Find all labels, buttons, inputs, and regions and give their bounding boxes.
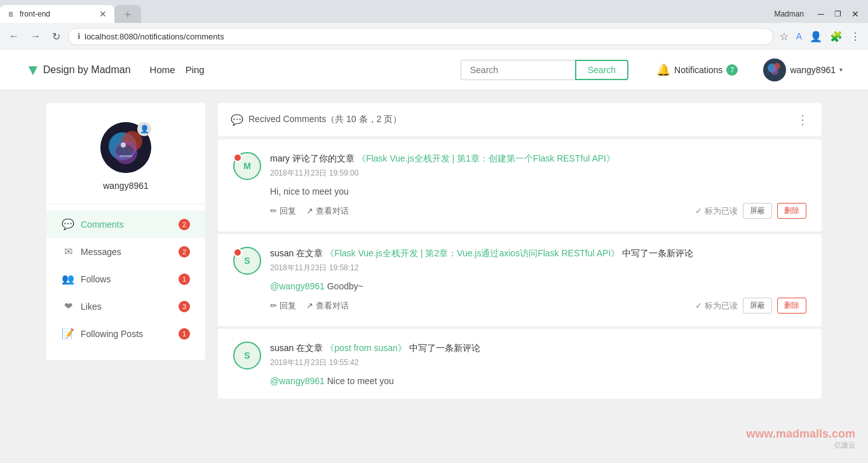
notif-top-1: M mary 评论了你的文章 《Flask Vue.js全栈开发 | 第1章：创… xyxy=(233,152,806,180)
avatar-svg xyxy=(763,59,786,81)
user-menu[interactable]: wangy8961 ▾ xyxy=(763,59,843,81)
notifications-badge: 7 xyxy=(726,64,738,76)
notif-content-1: mary 评论了你的文章 《Flask Vue.js全栈开发 | 第1章：创建第… xyxy=(270,152,806,179)
delete-button-1[interactable]: 删除 xyxy=(777,203,806,219)
sidebar-item-following-posts[interactable]: 📝 Following Posts 1 xyxy=(46,320,205,347)
sidebar-menu: 💬 Comments 2 ✉ Messages 2 👥 Follows 1 ❤ … xyxy=(46,211,205,347)
reply-icon-1: ✏ xyxy=(270,206,277,216)
view-icon-1: ↗ xyxy=(306,206,313,216)
following-posts-icon: 📝 xyxy=(62,328,74,340)
follows-icon: 👥 xyxy=(62,273,74,285)
follows-badge: 1 xyxy=(179,273,190,285)
avatar-edit-button[interactable]: 👤 xyxy=(137,122,151,136)
notif-top-2: S susan 在文章 《Flask Vue.js全栈开发 | 第2章：Vue.… xyxy=(233,247,806,275)
block-button-1[interactable]: 屏蔽 xyxy=(743,203,772,219)
notif-content-2: susan 在文章 《Flask Vue.js全栈开发 | 第2章：Vue.js… xyxy=(270,247,806,273)
reply-button-2[interactable]: ✏ 回复 xyxy=(270,300,296,312)
address-text: localhost:8080/notifications/comments xyxy=(85,32,224,41)
window-controls: ─ ❐ ✕ xyxy=(814,8,868,20)
inactive-tab[interactable]: ＋ xyxy=(114,5,141,23)
comments-label: Comments xyxy=(81,219,124,230)
tab-title: front-end xyxy=(20,10,50,18)
main-layout: 👤 wangy8961 💬 Comments 2 ✉ Messages 2 👥 … xyxy=(21,90,847,414)
likes-icon: ❤ xyxy=(62,300,74,312)
lock-icon: ℹ xyxy=(78,32,81,41)
mention-2: @wangy8961 xyxy=(270,281,325,291)
notif-body-2: @wangy8961 Goodby~ xyxy=(270,281,806,291)
close-button[interactable]: ✕ xyxy=(848,8,863,20)
tab-close-button[interactable]: ✕ xyxy=(99,9,107,19)
notif-article-1[interactable]: 《Flask Vue.js全栈开发 | 第1章：创建第一个Flask RESTf… xyxy=(357,153,615,163)
sidebar-item-messages[interactable]: ✉ Messages 2 xyxy=(46,238,205,265)
sidebar-username: wangy8961 xyxy=(103,181,149,191)
messages-icon: ✉ xyxy=(62,245,74,258)
notif-content-3: susan 在文章 《post from susan》 中写了一条新评论 201… xyxy=(270,342,806,368)
profile-icon[interactable]: 👤 xyxy=(807,28,825,45)
notif-body-3: @wangy8961 Nice to meet you xyxy=(270,376,806,386)
search-area: Search xyxy=(461,60,628,80)
messages-label: Messages xyxy=(81,247,121,257)
notif-article-2[interactable]: 《Flask Vue.js全栈开发 | 第2章：Vue.js通过axios访问F… xyxy=(325,248,620,258)
nav-ping[interactable]: Ping xyxy=(186,64,205,75)
view-convo-button-1[interactable]: ↗ 查看对话 xyxy=(306,205,349,217)
extensions-icon[interactable]: 🧩 xyxy=(827,28,845,45)
notif-actions-right-2: ✓ 标为已读 屏蔽 删除 xyxy=(695,298,806,314)
more-button[interactable]: ⋮ xyxy=(796,112,809,127)
minimize-button[interactable]: ─ xyxy=(814,8,828,20)
dropdown-icon: ▾ xyxy=(839,66,843,73)
mark-read-button-1[interactable]: ✓ 标为已读 xyxy=(695,205,738,217)
content-area: 💬 Recived Comments（共 10 条，2 页） ⋮ M mary … xyxy=(218,103,822,401)
sidebar-profile: 👤 wangy8961 xyxy=(46,116,205,204)
forward-button[interactable]: → xyxy=(27,28,44,45)
svg-point-9 xyxy=(121,142,126,148)
restore-button[interactable]: ❐ xyxy=(831,8,845,20)
browser-action-icons: ☆ A 👤 🧩 ⋮ xyxy=(777,28,863,45)
notif-actions-2: ✏ 回复 ↗ 查看对话 ✓ 标为已读 屏蔽 删除 xyxy=(270,298,806,314)
mark-read-button-2[interactable]: ✓ 标为已读 xyxy=(695,300,738,312)
notif-action-1: 评论了你的文章 xyxy=(292,153,355,163)
user-avatar-header xyxy=(763,59,786,81)
sidebar-item-likes[interactable]: ❤ Likes 3 xyxy=(46,293,205,320)
notif-article-3[interactable]: 《post from susan》 xyxy=(325,343,407,353)
nav-home[interactable]: Home xyxy=(150,64,175,75)
content-header-left: 💬 Recived Comments（共 10 条，2 页） xyxy=(231,114,402,126)
notif-actions-left-2: ✏ 回复 ↗ 查看对话 xyxy=(270,300,349,312)
notif-action2-2: 中写了一条新评论 xyxy=(622,248,693,258)
search-input[interactable] xyxy=(461,60,575,80)
notif-avatar-2: S xyxy=(233,247,261,275)
sidebar-item-follows[interactable]: 👥 Follows 1 xyxy=(46,265,205,293)
comments-badge: 2 xyxy=(179,219,190,230)
svg-point-3 xyxy=(771,67,778,75)
sidebar-item-comments[interactable]: 💬 Comments 2 xyxy=(46,211,205,238)
content-header-title: Recived Comments（共 10 条，2 页） xyxy=(248,114,402,125)
notifications-button[interactable]: 🔔 Notifications 7 xyxy=(656,63,738,77)
notification-card-2: S susan 在文章 《Flask Vue.js全栈开发 | 第2章：Vue.… xyxy=(218,234,822,326)
refresh-button[interactable]: ↻ xyxy=(48,28,64,45)
checkmark-icon-1: ✓ xyxy=(695,206,702,216)
new-tab-icon: ＋ xyxy=(122,6,133,22)
address-bar[interactable]: ℹ localhost:8080/notifications/comments xyxy=(68,28,773,45)
tab-bar: 🗎 front-end ✕ ＋ Madman ─ ❐ ✕ xyxy=(0,0,868,23)
back-button[interactable]: ← xyxy=(5,28,23,45)
notif-time-1: 2018年11月23日 19:59:00 xyxy=(270,168,806,179)
notif-avatar-1: M xyxy=(233,152,261,180)
notification-card-3: S susan 在文章 《post from susan》 中写了一条新评论 2… xyxy=(218,329,822,399)
browser-chrome: 🗎 front-end ✕ ＋ Madman ─ ❐ ✕ ← → ↻ ℹ loc… xyxy=(0,0,868,50)
reply-button-1[interactable]: ✏ 回复 xyxy=(270,205,296,217)
notif-username-1: mary xyxy=(270,153,290,163)
notif-action2-3: 中写了一条新评论 xyxy=(409,343,480,353)
star-icon[interactable]: ☆ xyxy=(777,28,791,45)
active-tab[interactable]: 🗎 front-end ✕ xyxy=(0,5,114,23)
menu-icon[interactable]: ⋮ xyxy=(848,28,863,45)
logo-text: Design by Madman xyxy=(43,64,131,76)
block-button-2[interactable]: 屏蔽 xyxy=(743,298,772,314)
logo[interactable]: ▼ Design by Madman xyxy=(25,61,131,79)
translate-icon[interactable]: A xyxy=(794,29,804,44)
search-button[interactable]: Search xyxy=(575,60,628,80)
content-header-icon: 💬 xyxy=(231,114,243,126)
view-convo-button-2[interactable]: ↗ 查看对话 xyxy=(306,300,349,312)
delete-button-2[interactable]: 删除 xyxy=(777,298,806,314)
notif-top-3: S susan 在文章 《post from susan》 中写了一条新评论 2… xyxy=(233,342,806,370)
notif-text-2: susan 在文章 《Flask Vue.js全栈开发 | 第2章：Vue.js… xyxy=(270,247,806,260)
notif-text-1: mary 评论了你的文章 《Flask Vue.js全栈开发 | 第1章：创建第… xyxy=(270,152,806,165)
